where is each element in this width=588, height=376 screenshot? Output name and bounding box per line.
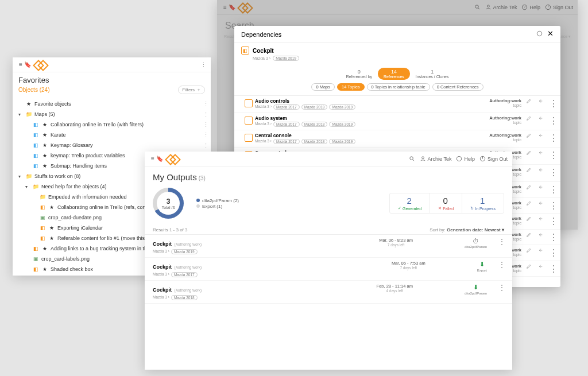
back-arrow-icon[interactable]	[537, 184, 543, 190]
more-icon[interactable]	[549, 98, 555, 104]
search-icon[interactable]	[409, 156, 415, 162]
more-icon[interactable]	[202, 111, 207, 118]
star-icon: ★	[41, 266, 48, 273]
node-type-icon: ◧	[32, 131, 39, 138]
star-icon: ★	[41, 142, 48, 149]
dependency-pill[interactable]: 14 Topics	[337, 83, 365, 91]
bookmark-icon[interactable]: 🔖	[24, 61, 31, 68]
back-arrow-icon[interactable]	[537, 200, 543, 206]
breadcrumb: Mazda 3 › Mazda 2019	[234, 56, 560, 64]
dependency-pill[interactable]: 0 Maps	[311, 83, 335, 91]
edit-icon[interactable]	[526, 247, 532, 253]
more-icon[interactable]	[549, 200, 555, 206]
menu-icon[interactable]: ≡	[149, 156, 156, 162]
node-type-icon: ▣	[39, 214, 46, 221]
output-row[interactable]: Cockpit (Authoring:work)Mazda 3 ›Mazda 2…	[145, 258, 512, 281]
back-arrow-icon[interactable]	[537, 115, 543, 121]
edit-icon[interactable]	[526, 184, 532, 190]
node-type-icon: 📁	[32, 183, 39, 190]
back-arrow-icon[interactable]	[537, 167, 543, 173]
dependency-pill[interactable]: 0 Content References	[432, 83, 483, 91]
more-icon[interactable]	[549, 167, 555, 173]
more-icon[interactable]	[549, 115, 555, 121]
star-icon: ★	[48, 235, 55, 242]
edit-icon[interactable]	[526, 200, 532, 206]
outputs-list: Cockpit (Authoring:work)Mazda 3 ›Mazda 2…	[145, 235, 512, 304]
results-meta: Results 1 - 3 of 3	[153, 227, 187, 232]
dependency-row[interactable]: Audio controlsMazda 3 ›Mazda 2017Mazda 2…	[234, 96, 560, 113]
bookmark-icon[interactable]: 🔖	[156, 156, 163, 162]
more-icon[interactable]	[549, 184, 555, 190]
download-icon[interactable]: ⏱	[473, 238, 479, 245]
dependency-tab[interactable]: 14References	[378, 68, 410, 80]
more-icon[interactable]	[549, 216, 555, 222]
more-icon[interactable]	[549, 247, 555, 253]
edit-icon[interactable]	[526, 150, 532, 156]
back-arrow-icon[interactable]	[537, 216, 543, 222]
output-stat: 2✓Generated	[390, 193, 430, 213]
svg-line-9	[412, 160, 413, 161]
tree-node[interactable]: ◧★Keymap: Glossary	[13, 140, 211, 150]
dependency-tab[interactable]: 0Referenced by	[341, 68, 378, 80]
node-type-icon: ◧	[32, 245, 39, 252]
signout-link[interactable]: Sign Out	[479, 156, 508, 162]
tree-node[interactable]: ◧★Collaborating online in Trello (with f…	[13, 119, 211, 130]
topbar: ≡ 🔖	[13, 57, 211, 72]
svg-point-7	[537, 31, 541, 36]
more-icon[interactable]	[549, 232, 555, 238]
back-arrow-icon[interactable]	[537, 150, 543, 156]
back-arrow-icon[interactable]	[537, 98, 543, 104]
download-icon[interactable]: ⬇	[479, 261, 485, 268]
close-icon[interactable]: ✕	[547, 30, 554, 38]
more-icon[interactable]	[202, 100, 207, 108]
more-icon[interactable]	[498, 238, 504, 246]
help-icon[interactable]	[536, 30, 543, 38]
edit-icon[interactable]	[526, 133, 532, 138]
more-icon[interactable]	[549, 263, 555, 269]
user-menu[interactable]: Archie Tek	[420, 156, 452, 162]
tree-node[interactable]: ◧★Karate	[13, 130, 211, 140]
help-link[interactable]: Help	[456, 156, 475, 162]
node-type-icon: ◧	[32, 162, 39, 169]
sort-dropdown[interactable]: Sort by: Generation date: Newest ▾	[430, 227, 504, 232]
back-arrow-icon[interactable]	[537, 247, 543, 253]
legend-item: dita2pdfParam (2)	[196, 198, 239, 203]
edit-icon[interactable]	[526, 115, 532, 121]
more-icon[interactable]	[202, 142, 207, 149]
dependency-row[interactable]: Central consoleMazda 3 ›Mazda 2017Mazda …	[234, 130, 560, 148]
back-arrow-icon[interactable]	[537, 263, 543, 269]
back-arrow-icon[interactable]	[537, 133, 543, 138]
more-icon[interactable]	[498, 261, 504, 269]
tree-node[interactable]: ▾📁Maps (5)	[13, 109, 211, 119]
tree-node[interactable]: ★Favorite objects	[13, 99, 211, 109]
star-icon: ★	[41, 162, 48, 169]
more-icon[interactable]	[200, 62, 206, 68]
edit-icon[interactable]	[526, 167, 532, 173]
more-icon[interactable]	[202, 121, 207, 129]
dependency-filter-pills: 0 Maps14 Topics0 Topics in relationship …	[234, 82, 560, 95]
objects-count-link[interactable]: Objects (24)	[18, 87, 49, 93]
edit-icon[interactable]	[526, 98, 532, 104]
output-row[interactable]: Cockpit (Authoring:work)Mazda 3 ›Mazda 2…	[145, 235, 512, 258]
more-icon[interactable]	[549, 133, 555, 138]
output-row[interactable]: Cockpit (Authoring:work)Mazda 3 ›Mazda 2…	[145, 281, 512, 304]
output-stat: 0✕Failed	[430, 193, 462, 213]
dependency-tab[interactable]: 1Instances / Clones	[410, 68, 455, 80]
donut-legend: dita2pdfParam (2)Export (1)	[196, 197, 239, 210]
node-type-icon: 📁	[39, 193, 46, 200]
menu-icon[interactable]: ≡	[17, 61, 24, 68]
page-title: Favorites	[13, 72, 211, 86]
edit-icon[interactable]	[526, 263, 532, 269]
more-icon[interactable]	[202, 131, 207, 139]
dependency-row[interactable]: Audio systemMazda 3 ›Mazda 2017Mazda 201…	[234, 113, 560, 130]
output-stat: 1↻In Progress	[462, 193, 504, 213]
edit-icon[interactable]	[526, 216, 532, 222]
dependency-pill[interactable]: 0 Topics in relationship table	[367, 83, 430, 91]
download-icon[interactable]: ⬇	[473, 284, 478, 291]
logo-icon	[34, 61, 47, 68]
more-icon[interactable]	[549, 150, 555, 156]
back-arrow-icon[interactable]	[537, 232, 543, 238]
filters-button[interactable]: Filters＋	[178, 86, 205, 94]
more-icon[interactable]	[498, 284, 504, 292]
edit-icon[interactable]	[526, 232, 532, 238]
